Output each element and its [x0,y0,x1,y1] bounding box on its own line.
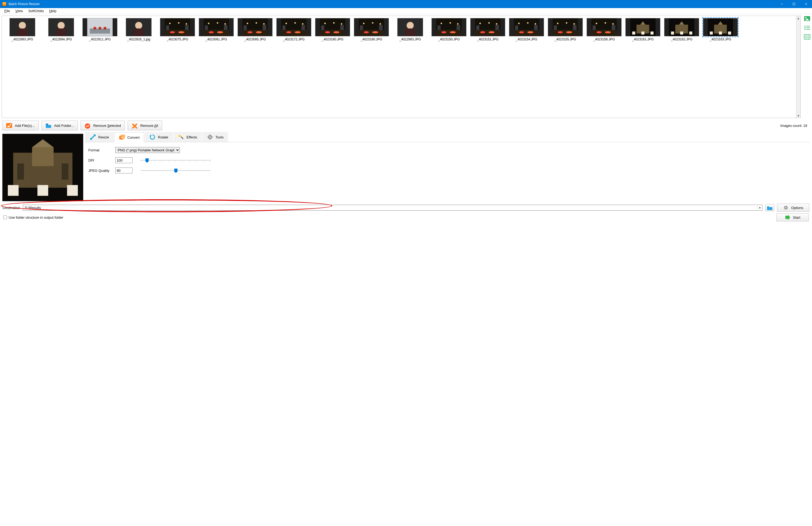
thumbnail-item[interactable]: _4023081.JPG [198,18,235,41]
scroll-down-icon[interactable]: ▾ [796,113,800,118]
thumbnail-image [276,18,311,36]
svg-point-81 [450,31,456,33]
thumbnail-image [586,18,622,36]
svg-point-42 [256,31,262,33]
svg-point-98 [519,31,524,33]
minimize-button[interactable] [775,0,788,8]
close-button[interactable] [800,0,812,8]
svg-rect-135 [710,31,713,34]
use-folder-structure-checkbox[interactable]: Use folder structure in output folder [3,216,63,219]
thumbnail-grid[interactable]: _4022893.JPG _4022894.JPG _4022911.JPG _… [2,16,796,118]
view-details-icon[interactable] [804,34,811,40]
svg-point-56 [324,23,326,24]
use-folder-structure-input[interactable] [3,216,7,219]
svg-point-105 [566,22,567,24]
scroll-up-icon[interactable]: ▴ [796,16,800,20]
browse-destination-button[interactable] [765,204,774,211]
dpi-slider[interactable] [141,158,211,163]
thumbnail-item[interactable]: _4023154.JPG [508,18,546,41]
svg-point-57 [333,22,335,24]
svg-rect-25 [166,25,169,30]
tab-effects[interactable]: Effects [173,132,202,142]
svg-rect-26 [185,25,189,30]
svg-point-78 [449,22,451,24]
remove-selected-button[interactable]: Remove Selected [81,121,125,130]
svg-point-107 [558,31,563,33]
svg-point-154 [10,124,11,126]
svg-rect-179 [210,134,211,135]
menu-file[interactable]: File [2,8,13,13]
svg-point-104 [557,23,559,24]
thumbnail-item[interactable]: _4022983.JPG [391,18,429,41]
thumbnail-item[interactable]: _4022926_1.jpg [120,18,158,41]
view-list-icon[interactable] [804,25,811,31]
tab-tools[interactable]: Tools [202,132,228,142]
thumbnail-item[interactable]: _4023085.JPG [236,18,274,41]
thumbnail-item[interactable]: _4023155.JPG [547,18,584,41]
thumbnail-image [83,18,117,36]
thumbnail-item[interactable]: _4023163.JPG [701,18,739,41]
thumbnail-caption: _4023081.JPG [198,38,235,41]
view-thumbnails-icon[interactable] [804,16,811,21]
menu-help[interactable]: Help [47,8,59,13]
add-folder-button[interactable]: Add Folder... [42,121,78,130]
svg-point-108 [566,31,572,33]
svg-rect-64 [359,30,384,36]
svg-rect-129 [671,31,674,34]
add-files-label: Add File(s)... [15,123,35,128]
file-toolbar: Add File(s)... Add Folder... Remove Sele… [0,120,812,131]
destination-combo[interactable]: ▾ [23,205,763,210]
format-select[interactable]: PNG (*.png) Portable Network Graph [115,147,180,153]
add-files-button[interactable]: Add File(s)... [2,121,39,130]
svg-point-80 [441,31,447,33]
svg-rect-70 [360,25,363,30]
thumbnail-item[interactable]: _4023156.JPG [585,18,623,41]
thumbnail-item[interactable]: _4023161.JPG [624,18,662,41]
thumbnail-item[interactable]: _4022893.JPG [3,18,41,41]
thumbnail-caption: _4023161.JPG [624,38,662,41]
jpeg-quality-input[interactable] [115,167,132,173]
gallery-scrollbar[interactable]: ▴ ▾ [796,16,800,118]
destination-dropdown-icon[interactable]: ▾ [757,206,762,210]
svg-rect-91 [476,25,479,30]
thumbnail-item[interactable]: _4023075.JPG [159,18,196,41]
options-button[interactable]: Options [777,204,809,212]
dpi-input[interactable] [115,157,132,163]
thumbnail-caption: _4023151.JPG [469,38,507,41]
svg-rect-152 [6,123,12,128]
svg-point-60 [333,31,339,33]
destination-input[interactable] [23,206,757,210]
thumbnail-item[interactable]: _4023172.JPG [275,18,313,41]
thumbnail-caption: _4023150.JPG [430,38,468,41]
tab-rotate-label: Rotate [158,135,168,139]
svg-point-32 [209,31,214,33]
tab-convert[interactable]: Convert [114,132,144,142]
convert-icon [119,134,125,141]
svg-point-141 [804,26,806,27]
thumbnail-item[interactable]: _4022894.JPG [42,18,80,41]
tab-rotate[interactable]: Rotate [145,132,173,142]
thumbnail-caption: _4023163.JPG [701,38,739,41]
svg-rect-181 [207,137,208,137]
svg-point-97 [535,23,536,25]
thumbnail-item[interactable]: _4023151.JPG [469,18,507,41]
thumbnail-item[interactable]: _4023190.JPG [352,18,390,41]
svg-point-50 [286,31,291,33]
view-mode-toolbar [802,14,812,120]
svg-point-145 [804,29,806,30]
start-button[interactable]: Start [777,213,809,221]
jpeg-quality-slider[interactable] [141,168,211,173]
title-bar: Batch Picture Resizer [0,0,812,8]
svg-point-21 [178,22,180,24]
menu-view[interactable]: View [13,8,26,13]
thumbnail-item[interactable]: _4023162.JPG [663,18,700,41]
tab-resize[interactable]: Resize [85,132,114,142]
svg-rect-109 [554,25,557,30]
maximize-button[interactable] [788,0,800,8]
thumbnail-item[interactable]: _4023180.JPG [314,18,351,41]
thumbnail-item[interactable]: _4022911.JPG [81,18,119,41]
svg-rect-125 [650,31,653,34]
remove-all-button[interactable]: Remove All [128,121,162,130]
thumbnail-item[interactable]: _4023150.JPG [430,18,468,41]
menu-softorbits[interactable]: SoftOrbits [26,8,47,13]
